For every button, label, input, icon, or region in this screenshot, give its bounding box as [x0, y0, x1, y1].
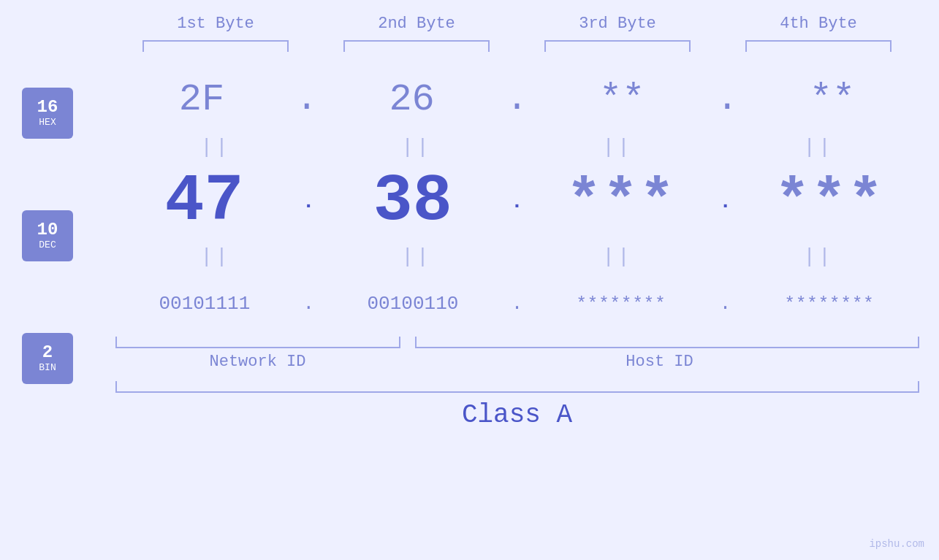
bin-number: 2 — [42, 343, 53, 362]
hex-dot3: . — [716, 81, 738, 118]
hex-byte2-value: 26 — [389, 78, 434, 121]
dec-badge: 10 DEC — [22, 210, 73, 261]
bin-byte2-value: 00100110 — [368, 293, 459, 315]
hex-byte1-cell: 2F — [121, 78, 282, 121]
dec-byte3-cell: *** — [541, 169, 702, 235]
dec-byte4-value: *** — [775, 169, 884, 235]
bracket-byte1 — [142, 40, 289, 52]
hex-byte1-value: 2F — [179, 78, 224, 121]
bin-label: BIN — [39, 362, 56, 374]
bin-byte1-cell: 00101111 — [124, 293, 285, 315]
bin-dot1: . — [303, 293, 315, 315]
bin-byte3-value: ******** — [576, 294, 666, 314]
dec-dot3: . — [719, 191, 731, 213]
equals-1-3: || — [537, 136, 698, 158]
host-id-label: Host ID — [400, 353, 919, 371]
hex-dot1: . — [296, 81, 318, 118]
bin-byte2-cell: 00100110 — [332, 293, 493, 315]
dec-byte2-value: 38 — [373, 164, 452, 239]
bottom-brackets — [115, 337, 919, 348]
hex-byte3-value: ** — [599, 78, 645, 121]
network-bracket — [115, 337, 400, 348]
byte-header-3: 3rd Byte — [537, 15, 698, 33]
hex-byte4-value: ** — [810, 78, 855, 121]
hex-row: 2F . 26 . ** . ** — [115, 66, 919, 132]
dec-byte3-value: *** — [566, 169, 676, 235]
dec-byte1-value: 47 — [165, 164, 244, 239]
class-label: Class A — [115, 400, 919, 430]
byte-headers: 1st Byte 2nd Byte 3rd Byte 4th Byte — [115, 15, 919, 33]
host-bracket — [415, 337, 919, 348]
equals-2-4: || — [738, 245, 899, 268]
dec-byte2-cell: 38 — [332, 164, 493, 239]
hex-badge: 16 HEX — [22, 88, 73, 139]
bottom-labels: Network ID Host ID — [115, 353, 919, 371]
equals-row-1: || || || || — [115, 132, 919, 161]
equals-2-3: || — [537, 245, 698, 268]
dec-byte1-cell: 47 — [124, 164, 285, 239]
dec-number: 10 — [37, 220, 58, 239]
hex-byte3-cell: ** — [541, 78, 702, 121]
network-id-label: Network ID — [115, 353, 400, 371]
bin-row: 00101111 . 00100110 . ******** . *******… — [115, 271, 919, 337]
top-bracket-row — [115, 40, 919, 52]
dec-dot1: . — [303, 191, 315, 213]
equals-2-1: || — [135, 245, 296, 268]
bin-byte1-value: 00101111 — [159, 293, 250, 315]
equals-1-2: || — [336, 136, 497, 158]
hex-byte4-cell: ** — [752, 78, 913, 121]
byte-header-2: 2nd Byte — [336, 15, 497, 33]
equals-1-1: || — [135, 136, 296, 158]
bin-dot2: . — [512, 293, 523, 315]
byte-header-1: 1st Byte — [135, 15, 296, 33]
bracket-byte3 — [544, 40, 691, 52]
hex-byte2-cell: 26 — [332, 78, 493, 121]
main-container: 1st Byte 2nd Byte 3rd Byte 4th Byte 16 H… — [0, 0, 939, 560]
equals-row-2: || || || || — [115, 242, 919, 271]
bin-byte4-value: ******** — [784, 294, 874, 314]
byte-header-4: 4th Byte — [738, 15, 899, 33]
bin-badge: 2 BIN — [22, 333, 73, 384]
dec-dot2: . — [511, 191, 523, 213]
equals-1-4: || — [738, 136, 899, 158]
dec-label: DEC — [39, 239, 56, 251]
bin-byte3-cell: ******** — [541, 294, 702, 314]
base-labels: 16 HEX 10 DEC 2 BIN — [22, 88, 73, 384]
hex-number: 16 — [37, 98, 58, 117]
bin-byte4-cell: ******** — [749, 294, 910, 314]
gap — [400, 337, 415, 348]
dec-byte4-cell: *** — [749, 169, 910, 235]
equals-2-2: || — [336, 245, 497, 268]
bracket-byte4 — [745, 40, 892, 52]
hex-dot2: . — [506, 81, 528, 118]
class-bracket — [115, 381, 919, 393]
bin-dot3: . — [720, 293, 731, 315]
bracket-byte2 — [343, 40, 490, 52]
dec-row: 47 . 38 . *** . *** — [115, 161, 919, 242]
hex-label: HEX — [39, 117, 56, 129]
content-area: 2F . 26 . ** . ** || || || || 47 — [115, 66, 919, 337]
watermark: ipshu.com — [869, 538, 924, 550]
